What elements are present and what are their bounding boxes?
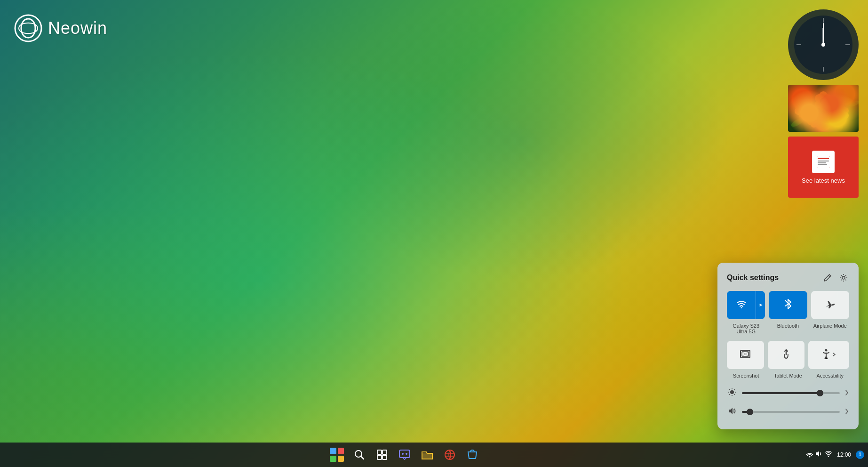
svg-marker-62	[729, 408, 733, 414]
start-icon	[330, 448, 344, 462]
airplane-mode-toggle[interactable]	[811, 291, 849, 319]
svg-point-34	[811, 121, 817, 128]
start-button[interactable]	[326, 444, 347, 465]
volume-chevron[interactable]	[844, 408, 849, 417]
svg-line-59	[734, 394, 734, 395]
volume-slider-row	[727, 404, 849, 420]
brightness-chevron[interactable]	[844, 389, 849, 398]
svg-rect-46	[818, 164, 827, 165]
volume-thumb[interactable]	[747, 409, 753, 415]
svg-point-39	[826, 119, 844, 130]
store-button[interactable]	[462, 444, 483, 465]
wifi-icon-area	[727, 291, 756, 319]
wifi-icon	[736, 300, 747, 311]
svg-line-64	[361, 456, 364, 459]
svg-point-30	[840, 111, 844, 115]
bluetooth-toggle[interactable]	[769, 291, 807, 319]
svg-point-37	[812, 118, 816, 122]
task-view-icon	[377, 450, 387, 460]
toggles-row-2	[727, 341, 849, 369]
svg-rect-68	[382, 455, 387, 459]
task-view-button[interactable]	[372, 444, 392, 465]
svg-line-58	[729, 389, 730, 390]
tray-icons	[806, 450, 832, 459]
acc-expand-icon	[832, 351, 836, 359]
tray-volume-icon[interactable]	[815, 450, 823, 459]
svg-point-78	[828, 456, 829, 457]
news-widget[interactable]: See latest news	[788, 137, 859, 198]
screenshot-label: Screenshot	[727, 373, 765, 378]
svg-rect-43	[818, 158, 829, 159]
svg-point-38	[790, 116, 805, 128]
flower-image	[788, 85, 859, 132]
accessibility-label: Accessbility	[811, 373, 849, 378]
edit-icon[interactable]	[822, 272, 833, 283]
svg-point-11	[802, 102, 810, 109]
search-icon	[354, 450, 365, 460]
svg-rect-65	[377, 450, 382, 454]
svg-rect-45	[818, 162, 826, 163]
notification-badge[interactable]: 1	[856, 451, 864, 459]
brightness-track[interactable]	[742, 392, 840, 394]
volume-icon	[727, 407, 737, 417]
svg-point-32	[814, 115, 820, 121]
accessibility-toggle[interactable]	[808, 341, 849, 369]
file-explorer-button[interactable]	[417, 444, 438, 465]
chat-button[interactable]	[394, 444, 415, 465]
tablet-label: Tablet Mode	[769, 373, 807, 378]
brightness-thumb[interactable]	[817, 390, 823, 396]
svg-point-22	[815, 94, 823, 103]
clock-widget	[788, 9, 859, 80]
wifi-expand-icon[interactable]	[756, 291, 765, 319]
clock-face	[793, 14, 854, 75]
svg-point-49	[741, 307, 742, 308]
svg-point-35	[807, 119, 814, 125]
labels-row-2: Screenshot Tablet Mode Accessbility	[727, 373, 849, 378]
news-icon	[812, 151, 835, 173]
screenshot-toggle[interactable]	[727, 341, 764, 369]
svg-point-53	[730, 390, 734, 394]
taskbar-center	[4, 444, 806, 465]
tablet-icon	[781, 349, 791, 362]
file-explorer-icon	[422, 450, 433, 460]
news-label: See latest news	[802, 177, 845, 184]
svg-point-31	[811, 113, 817, 119]
svg-line-60	[734, 389, 734, 390]
svg-point-21	[815, 100, 823, 108]
wifi-toggle[interactable]	[727, 291, 765, 319]
tablet-mode-toggle[interactable]	[768, 341, 805, 369]
brightness-slider-row	[727, 385, 849, 401]
svg-point-36	[807, 115, 814, 121]
tray-network-icon[interactable]	[806, 450, 813, 459]
svg-point-16	[799, 105, 805, 111]
store-icon	[467, 449, 478, 460]
svg-point-12	[802, 107, 810, 115]
svg-point-76	[809, 456, 810, 458]
brightness-fill	[742, 392, 820, 394]
svg-point-13	[798, 110, 806, 118]
svg-point-73	[445, 450, 454, 459]
svg-point-26	[842, 112, 849, 119]
flower-widget	[788, 85, 859, 132]
screenshot-icon	[740, 349, 750, 362]
quick-settings-panel: Quick settings	[717, 263, 859, 429]
browser-button[interactable]	[439, 444, 460, 465]
browser-icon	[444, 449, 455, 460]
svg-point-71	[406, 453, 407, 455]
desktop: Neowin	[0, 0, 868, 467]
tray-wifi-icon[interactable]	[825, 450, 832, 459]
neowin-logo-icon	[14, 14, 42, 42]
svg-point-8	[821, 43, 825, 47]
svg-point-28	[836, 112, 842, 119]
search-button[interactable]	[349, 444, 370, 465]
svg-point-70	[402, 453, 404, 455]
svg-point-25	[842, 107, 849, 114]
clock-display[interactable]: 12:00	[834, 450, 854, 460]
volume-track[interactable]	[742, 411, 840, 413]
svg-rect-9	[788, 85, 859, 132]
neowin-logo: Neowin	[14, 14, 107, 42]
quick-settings-title: Quick settings	[727, 274, 779, 282]
svg-rect-66	[382, 450, 387, 454]
gear-icon[interactable]	[838, 272, 849, 283]
airplane-label: Airplane Mode	[811, 323, 849, 334]
